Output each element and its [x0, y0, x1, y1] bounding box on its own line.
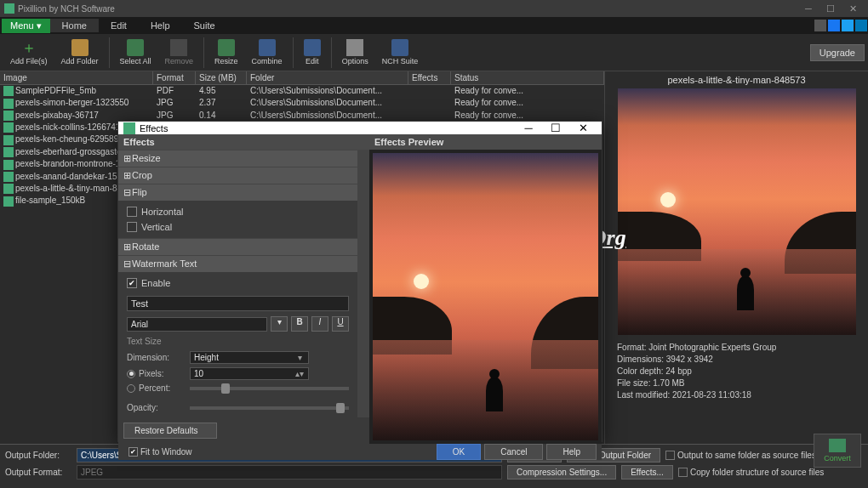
underline-button[interactable]: U	[332, 316, 349, 332]
output-folder-label: Output Folder:	[5, 451, 71, 460]
col-status[interactable]: Status	[451, 71, 604, 84]
effects-preview	[369, 150, 602, 444]
flip-vertical-checkbox[interactable]: Vertical	[127, 219, 349, 235]
table-row[interactable]: SamplePDFFile_5mbPDF4.95C:\Users\Submiss…	[0, 85, 604, 97]
flip-horizontal-checkbox[interactable]: Horizontal	[127, 204, 349, 219]
percent-radio[interactable]	[127, 384, 135, 393]
col-folder[interactable]: Folder	[247, 71, 408, 84]
linkedin-icon[interactable]	[855, 20, 867, 31]
dialog-close-button[interactable]: ✕	[569, 122, 597, 134]
edit-button[interactable]: Edit	[297, 37, 328, 67]
select-all-button[interactable]: Select All	[113, 37, 158, 67]
effects-dialog: Effects ─ ☐ ✕ Effects ⊞Resize ⊞Crop ⊟Fli…	[117, 121, 602, 442]
cancel-button[interactable]: Cancel	[484, 444, 543, 460]
dialog-maximize-button[interactable]: ☐	[542, 122, 569, 134]
nch-suite-button[interactable]: NCH Suite	[375, 37, 425, 67]
compression-settings-button[interactable]: Compression Settings...	[507, 465, 616, 479]
preview-header: Effects Preview	[369, 134, 602, 150]
col-format[interactable]: Format	[153, 71, 196, 84]
grid-header: Image Format Size (MB) Folder Effects St…	[0, 71, 604, 85]
dialog-minimize-button[interactable]: ─	[515, 122, 542, 134]
dimension-label: Dimension:	[127, 353, 186, 362]
resize-button[interactable]: Resize	[208, 37, 245, 67]
opacity-slider[interactable]	[190, 406, 349, 410]
twitter-icon[interactable]	[842, 20, 854, 31]
convert-icon	[829, 439, 846, 452]
output-format-label: Output Format:	[5, 468, 71, 477]
titlebar: Pixillion by NCH Software ─ ☐ ✕	[0, 0, 868, 17]
add-files-button[interactable]: ＋Add File(s)	[3, 37, 54, 67]
ok-button[interactable]: OK	[437, 444, 481, 460]
effects-panel: Effects ⊞Resize ⊞Crop ⊟Flip Horizontal V…	[118, 134, 369, 444]
table-row[interactable]: pexels-simon-berger-1323550JPG2.37C:\Use…	[0, 97, 604, 109]
section-rotate[interactable]: ⊞Rotate	[118, 238, 357, 255]
effects-scrollbar[interactable]	[357, 150, 369, 417]
minimize-button[interactable]: ─	[797, 3, 819, 14]
close-button[interactable]: ✕	[842, 3, 864, 14]
text-size-label: Text Size	[127, 333, 349, 349]
tab-suite[interactable]: Suite	[182, 19, 227, 32]
watermark-enable-checkbox[interactable]: ✔Enable	[127, 275, 349, 291]
section-watermark[interactable]: ⊟Watermark Text	[118, 255, 357, 272]
preview-pane: pexels-a-little-&-tiny-man-848573 Format…	[604, 71, 868, 444]
tab-help[interactable]: Help	[139, 19, 182, 32]
restore-defaults-button[interactable]: Restore Defaults	[123, 423, 217, 439]
combine-button[interactable]: Combine	[245, 37, 289, 67]
section-resize[interactable]: ⊞Resize	[118, 150, 357, 167]
image-metadata: Format: Joint Photographic Experts Group…	[608, 342, 776, 401]
tab-edit[interactable]: Edit	[99, 19, 139, 32]
maximize-button[interactable]: ☐	[819, 3, 842, 14]
fit-to-window-checkbox[interactable]: ✔Fit to Window	[128, 447, 192, 457]
output-format-select[interactable]: JPEG	[77, 465, 502, 479]
font-select[interactable]: Arial	[127, 317, 267, 332]
opacity-label: Opacity:	[127, 403, 186, 412]
remove-button[interactable]: Remove	[158, 37, 201, 67]
add-folder-button[interactable]: Add Folder	[54, 37, 106, 67]
dimension-select[interactable]: Height▾	[190, 351, 309, 364]
effects-header: Effects	[118, 134, 369, 150]
upgrade-button[interactable]: Upgrade	[810, 44, 865, 61]
like-icon[interactable]	[814, 20, 826, 31]
help-button[interactable]: Help	[546, 444, 597, 460]
bold-button[interactable]: B	[291, 316, 308, 332]
dialog-icon	[123, 122, 135, 134]
preview-image	[618, 88, 856, 335]
window-title: Pixillion by NCH Software	[18, 4, 797, 14]
pixels-input[interactable]: 10▴▾	[190, 367, 309, 380]
effects-button[interactable]: Effects...	[621, 465, 673, 479]
toolbar: ＋Add File(s) Add Folder Select All Remov…	[0, 34, 868, 71]
section-crop[interactable]: ⊞Crop	[118, 167, 357, 184]
facebook-icon[interactable]	[828, 20, 840, 31]
options-button[interactable]: Options	[335, 37, 375, 67]
pixels-radio[interactable]	[127, 370, 135, 378]
tab-home[interactable]: Home	[50, 19, 99, 32]
menubar: Menu ▾ Home Edit Help Suite	[0, 17, 868, 34]
section-flip[interactable]: ⊟Flip	[118, 184, 357, 201]
watermark-text-input[interactable]	[127, 296, 349, 311]
percent-slider[interactable]	[190, 387, 349, 390]
dialog-footer: ✔Fit to Window OK Cancel Help	[118, 444, 602, 460]
font-dropdown-icon[interactable]: ▾	[271, 316, 288, 332]
dialog-titlebar: Effects ─ ☐ ✕	[118, 122, 602, 134]
menu-button[interactable]: Menu ▾	[2, 19, 50, 33]
convert-button[interactable]: Convert	[814, 434, 861, 468]
output-same-folder-checkbox[interactable]: Output to same folder as source files	[665, 451, 816, 460]
copy-folder-structure-checkbox[interactable]: Copy folder structure of source files	[678, 468, 824, 477]
col-effects[interactable]: Effects	[408, 71, 451, 84]
table-row[interactable]: pexels-pixabay-36717JPG0.14C:\Users\Subm…	[0, 110, 604, 122]
italic-button[interactable]: I	[311, 316, 328, 332]
col-image[interactable]: Image	[0, 71, 153, 84]
app-icon	[4, 3, 14, 14]
preview-title: pexels-a-little-&-tiny-man-848573	[667, 75, 805, 85]
col-size[interactable]: Size (MB)	[196, 71, 247, 84]
dialog-title: Effects	[140, 123, 515, 133]
